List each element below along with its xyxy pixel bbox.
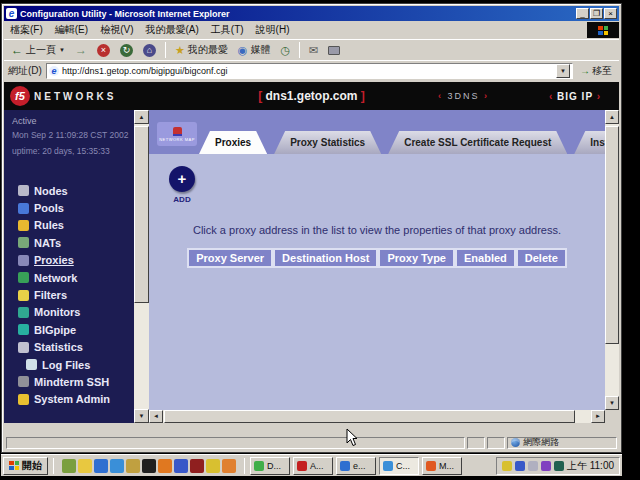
sidebar-item-monitors[interactable]: Monitors (18, 304, 132, 321)
start-label: 開始 (22, 459, 42, 473)
column-header-destination-host[interactable]: Destination Host (273, 248, 378, 268)
menu-file[interactable]: 檔案(F) (10, 23, 43, 37)
quicklaunch-icon[interactable] (190, 459, 204, 473)
title-bar[interactable]: e Configuration Utility - Microsoft Inte… (4, 6, 619, 21)
tab-create-ssl-certificate-request[interactable]: Create SSL Certificate Request (388, 131, 567, 154)
stop-button[interactable]: × (94, 43, 113, 58)
page-icon: e (49, 66, 59, 76)
main-vertical-scrollbar[interactable]: ▲ ▼ (605, 110, 619, 410)
address-dropdown-icon[interactable]: ▼ (556, 64, 570, 78)
network-icon (18, 272, 29, 283)
column-header-proxy-server[interactable]: Proxy Server (187, 248, 273, 268)
go-label: 移至 (592, 64, 612, 78)
sidebar-item-network[interactable]: Network (18, 269, 132, 286)
quicklaunch-icon[interactable] (222, 459, 236, 473)
task-button-label: D... (267, 461, 281, 471)
scroll-thumb[interactable] (134, 126, 149, 303)
angle-right: › (484, 91, 489, 101)
mail-button[interactable]: ✉ (306, 43, 321, 58)
scroll-track[interactable] (134, 124, 149, 409)
network-map-button[interactable]: NETWORK MAP (157, 122, 197, 146)
forward-button[interactable]: → (72, 42, 90, 58)
sidebar-item-proxies[interactable]: Proxies (18, 252, 132, 269)
taskbar-window-button[interactable]: A... (293, 457, 333, 475)
menu-favorites[interactable]: 我的最愛(A) (145, 23, 198, 37)
start-button[interactable]: 開始 (3, 457, 48, 475)
print-button[interactable] (325, 45, 343, 56)
quicklaunch-icon[interactable] (110, 459, 124, 473)
sidebar-item-bigpipe[interactable]: BIGpipe (18, 321, 132, 338)
maximize-button[interactable]: ❐ (590, 8, 603, 19)
column-header-delete[interactable]: Delete (516, 248, 567, 268)
sidebar-item-statistics[interactable]: Statistics (18, 339, 132, 356)
tray-icon[interactable] (554, 461, 564, 471)
quicklaunch-icon[interactable] (158, 459, 172, 473)
tab-proxy-statistics[interactable]: Proxy Statistics (274, 131, 381, 154)
quicklaunch-icon[interactable] (78, 459, 92, 473)
quicklaunch-icon[interactable] (206, 459, 220, 473)
hostname: dns1.getop.com (265, 89, 357, 103)
close-button[interactable]: × (604, 8, 617, 19)
quicklaunch-icon[interactable] (126, 459, 140, 473)
sidebar-item-mindterm-ssh[interactable]: Mindterm SSH (18, 373, 132, 390)
scroll-thumb[interactable] (605, 126, 619, 344)
back-dropdown-icon[interactable]: ▼ (59, 47, 65, 53)
scroll-down-icon[interactable]: ▼ (605, 396, 619, 410)
quicklaunch-icon[interactable] (94, 459, 108, 473)
media-button[interactable]: ◉ 媒體 (235, 42, 274, 58)
menu-help[interactable]: 說明(H) (256, 23, 290, 37)
taskbar-window-button-active[interactable]: C... (379, 457, 419, 475)
quick-launch-bar (59, 459, 239, 473)
menu-view[interactable]: 檢視(V) (100, 23, 133, 37)
scroll-up-icon[interactable]: ▲ (605, 110, 619, 124)
address-url[interactable]: http://dns1.getop.com/bigipgui/bigconf.c… (62, 66, 553, 76)
tray-icon[interactable] (541, 461, 551, 471)
scroll-track[interactable] (163, 410, 591, 423)
favorites-button[interactable]: ★ 我的最愛 (172, 42, 231, 58)
quicklaunch-icon[interactable] (62, 459, 76, 473)
scroll-track[interactable] (605, 124, 619, 396)
scroll-up-icon[interactable]: ▲ (134, 110, 149, 124)
taskbar-window-button[interactable]: M... (422, 457, 462, 475)
sidebar-item-filters[interactable]: Filters (18, 286, 132, 303)
scroll-right-icon[interactable]: ► (591, 410, 605, 423)
tab-proxies[interactable]: Proxies (199, 131, 267, 154)
taskbar-window-button[interactable]: e... (336, 457, 376, 475)
back-button[interactable]: ← 上一頁 ▼ (8, 42, 68, 58)
menu-tools[interactable]: 工具(T) (211, 23, 244, 37)
history-button[interactable]: ◷ (277, 43, 293, 58)
minimize-button[interactable]: _ (576, 8, 589, 19)
sidebar-scrollbar[interactable]: ▲ ▼ (134, 110, 149, 423)
proxies-panel: + ADD Click a proxy address in the list … (149, 154, 605, 410)
sidebar-item-pools[interactable]: Pools (18, 199, 132, 216)
taskbar-clock[interactable]: 上午 11:00 (567, 459, 614, 473)
sidebar-item-nodes[interactable]: Nodes (18, 182, 132, 199)
column-header-enabled[interactable]: Enabled (455, 248, 516, 268)
sidebar-item-log-files[interactable]: Log Files (18, 356, 132, 373)
scroll-left-icon[interactable]: ◄ (149, 410, 163, 423)
quicklaunch-icon[interactable] (142, 459, 156, 473)
product-bigip-label: BIG IP (557, 91, 593, 102)
sidebar-item-rules[interactable]: Rules (18, 217, 132, 234)
home-button[interactable]: ⌂ (140, 43, 159, 58)
mindterm-ssh-icon (18, 376, 29, 387)
sidebar-item-label: Filters (34, 289, 67, 301)
scroll-down-icon[interactable]: ▼ (134, 409, 149, 423)
tray-icon[interactable] (515, 461, 525, 471)
refresh-button[interactable]: ↻ (117, 43, 136, 58)
sidebar-item-system-admin[interactable]: System Admin (18, 391, 132, 408)
address-input[interactable]: e http://dns1.getop.com/bigipgui/bigconf… (46, 63, 573, 79)
sidebar-item-nats[interactable]: NATs (18, 234, 132, 251)
sidebar-item-label: Proxies (34, 254, 74, 266)
column-header-proxy-type[interactable]: Proxy Type (378, 248, 455, 268)
scroll-thumb[interactable] (164, 410, 575, 423)
status-message-pane (6, 437, 465, 449)
go-button[interactable]: → 移至 (577, 64, 615, 78)
tray-icon[interactable] (502, 461, 512, 471)
menu-edit[interactable]: 編輯(E) (55, 23, 88, 37)
add-button[interactable]: + (169, 166, 195, 192)
tray-icon[interactable] (528, 461, 538, 471)
quicklaunch-icon[interactable] (174, 459, 188, 473)
taskbar-window-button[interactable]: D... (250, 457, 290, 475)
main-horizontal-scrollbar[interactable]: ◄ ► (149, 410, 605, 423)
